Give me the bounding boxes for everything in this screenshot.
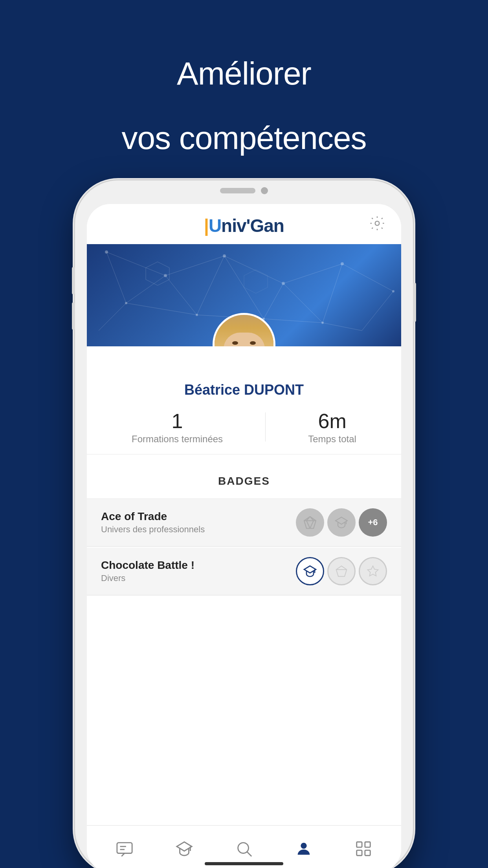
logo-bracket: | [204,215,209,236]
nav-item-messages[interactable] [95,826,154,868]
badge-subtitle-ace: Univers des professionnels [101,524,205,535]
app-logo: |Univ'Gan [204,215,284,236]
badge-diamond-icon [296,508,324,537]
svg-point-27 [392,290,394,292]
svg-line-48 [247,852,252,857]
logo-u: U [209,215,221,236]
svg-point-25 [282,282,285,285]
svg-point-0 [375,221,380,225]
svg-line-3 [224,256,283,283]
svg-line-12 [283,283,323,323]
settings-icon[interactable] [369,215,385,232]
svg-point-49 [301,843,306,849]
bottom-nav [87,825,401,868]
grid-icon [353,839,374,859]
svg-line-18 [323,323,362,331]
phone-mockup: |Univ'Gan [75,180,413,868]
search-icon [234,839,254,859]
svg-line-13 [323,264,342,323]
badge-icons-ace: +6 [296,508,387,537]
svg-line-6 [106,252,126,303]
power-button [413,283,416,322]
svg-line-9 [197,256,224,315]
stat-formations-value: 1 [172,409,183,433]
stat-formations-label: Formations terminées [132,434,223,445]
svg-rect-50 [357,842,362,847]
badge-subtitle-choco: Divers [101,573,194,583]
svg-point-23 [164,274,167,277]
volume-up-button [72,267,75,294]
svg-line-11 [264,283,283,319]
svg-line-36 [306,520,310,528]
speaker [220,188,255,193]
stat-time-value: 6m [318,409,346,433]
stats-area: Béatrice DUPONT 1 Formations terminées 6… [87,346,401,464]
badge-title-choco: Chocolate Battle ! [101,559,194,572]
stat-formations: 1 Formations terminées [132,409,223,445]
home-indicator [205,862,283,865]
svg-line-8 [165,276,197,315]
svg-line-5 [342,264,393,291]
badge-diamond-inactive [327,557,356,585]
svg-point-47 [238,843,249,853]
nav-item-grid[interactable] [334,826,393,868]
badge-row-chocolate[interactable]: Chocolate Battle ! Divers [87,548,401,596]
empty-content [87,596,401,825]
svg-line-14 [362,291,393,331]
camera [261,187,268,194]
svg-point-28 [125,302,127,304]
svg-marker-32 [304,517,316,528]
stat-time: 6m Temps total [308,409,356,445]
badge-info-ace: Ace of Trade Univers des professionnels [101,510,205,535]
svg-rect-53 [365,850,370,855]
badge-info-choco: Chocolate Battle ! Divers [101,559,194,583]
badge-title-ace: Ace of Trade [101,510,205,523]
badge-icons-choco [296,557,387,585]
svg-rect-51 [365,842,370,847]
nav-item-profile[interactable] [274,826,334,868]
svg-line-19 [99,303,126,331]
svg-marker-21 [244,270,268,293]
stat-divider [265,412,266,441]
badges-section: BADGES Ace of Trade Univers des professi… [87,464,401,868]
profile-icon [294,839,314,859]
svg-point-26 [341,262,344,265]
svg-line-15 [126,303,197,315]
svg-marker-40 [336,566,347,576]
svg-point-22 [105,250,108,254]
logo-text: niv'Gan [221,215,284,236]
app-header: |Univ'Gan [87,204,401,244]
svg-rect-52 [357,850,362,855]
badge-cap-icon-1 [327,508,356,537]
badges-header: BADGES [87,464,401,499]
svg-line-1 [106,252,165,276]
page-title: Améliorer vos compétences [121,28,366,157]
svg-rect-43 [117,843,132,853]
screen: |Univ'Gan [87,204,401,868]
nav-item-formation[interactable] [154,826,214,868]
stats-row: 1 Formations terminées 6m Temps total [87,409,401,454]
svg-line-4 [283,264,342,283]
avatar [213,313,275,346]
badge-more-count: +6 [359,508,387,537]
stat-time-label: Temps total [308,434,356,445]
profile-banner [87,244,401,346]
svg-point-24 [223,254,226,257]
svg-line-2 [165,256,224,276]
avatar-face [215,315,273,346]
chat-icon [114,839,135,859]
svg-line-37 [310,520,314,528]
svg-marker-42 [368,566,378,576]
badge-cap-active-icon [296,557,324,585]
svg-marker-20 [146,262,169,285]
graduation-icon [174,839,194,859]
svg-point-29 [196,314,198,316]
svg-point-31 [321,322,324,324]
user-name: Béatrice DUPONT [184,382,304,398]
notch [189,180,299,201]
badge-star-inactive [359,557,387,585]
volume-down-button [72,302,75,330]
badge-row-ace-of-trade[interactable]: Ace of Trade Univers des professionnels [87,499,401,547]
